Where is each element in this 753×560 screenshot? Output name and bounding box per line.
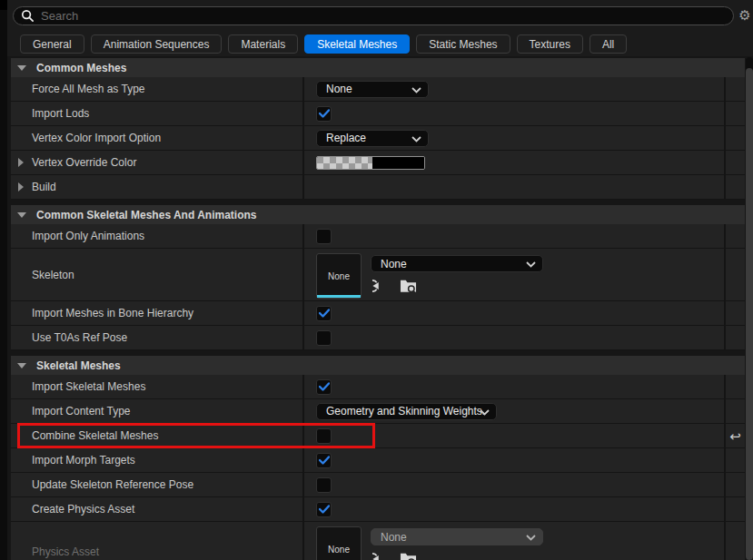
color-solid	[372, 157, 424, 169]
row-combine-skeletal-meshes: Combine Skeletal Meshes ↩	[11, 424, 745, 448]
row-build: Build	[11, 175, 745, 200]
collapse-arrow-icon	[17, 363, 26, 368]
property-label: Create Physics Asset	[32, 503, 134, 516]
chevron-down-icon	[411, 87, 421, 93]
window-edge-notch	[0, 0, 7, 10]
tab-static-meshes[interactable]: Static Meshes	[416, 34, 510, 54]
property-label: Build	[32, 181, 56, 193]
create-physics-asset-checkbox[interactable]	[316, 502, 332, 517]
section-title: Skeletal Meshes	[36, 359, 121, 372]
row-import-only-animations: Import Only Animations	[11, 224, 745, 249]
row-use-t0as-ref-pose: Use T0As Ref Pose	[11, 326, 745, 350]
property-label: Vertex Override Color	[32, 156, 136, 169]
skeleton-asset-dropdown[interactable]: None	[371, 255, 543, 272]
physics-asset-thumbnail[interactable]: None	[316, 526, 362, 560]
chevron-down-icon	[411, 136, 421, 142]
use-selected-asset-icon[interactable]	[372, 551, 389, 560]
thumbnail-label: None	[328, 271, 350, 281]
browse-to-asset-icon[interactable]	[400, 551, 417, 560]
browse-to-asset-icon[interactable]	[400, 278, 417, 294]
use-t0as-ref-pose-checkbox[interactable]	[316, 330, 332, 346]
physics-asset-dropdown[interactable]: None	[371, 528, 543, 545]
row-import-morph-targets: Import Morph Targets	[11, 448, 745, 473]
tab-general[interactable]: General	[20, 34, 84, 54]
property-label: Force All Mesh as Type	[32, 83, 145, 95]
tab-textures[interactable]: Textures	[517, 34, 583, 54]
import-only-animations-checkbox[interactable]	[316, 229, 332, 244]
physics-asset-picker: None None	[316, 526, 543, 560]
scrollbar-thumb[interactable]	[746, 68, 753, 560]
property-label: Update Skeleton Reference Pose	[32, 478, 193, 491]
alpha-checkerboard	[317, 157, 372, 169]
tab-skeletal-meshes[interactable]: Skeletal Meshes	[304, 34, 410, 54]
tab-all[interactable]: All	[590, 34, 627, 54]
collapse-arrow-icon	[17, 212, 26, 218]
vertex-override-color-swatch[interactable]	[316, 156, 425, 170]
use-selected-asset-icon[interactable]	[372, 278, 389, 294]
property-label: Use T0As Ref Pose	[32, 331, 127, 344]
update-skeleton-reference-pose-checkbox[interactable]	[316, 477, 332, 493]
dropdown-value: Geometry and Skinning Weights.	[326, 405, 485, 418]
property-label: Import Morph Targets	[32, 454, 135, 467]
details-panel: Common Meshes Force All Mesh as Type Non…	[11, 56, 745, 560]
row-import-content-type: Import Content Type Geometry and Skinnin…	[11, 399, 745, 424]
section-header-common-skeletal[interactable]: Common Skeletal Meshes And Animations	[11, 205, 745, 224]
scrollbar-track[interactable]	[746, 57, 753, 560]
section-header-skeletal-meshes[interactable]: Skeletal Meshes	[11, 356, 745, 375]
search-bar[interactable]	[13, 6, 734, 25]
section-header-common-meshes[interactable]: Common Meshes	[11, 58, 745, 77]
dropdown-value: None	[326, 83, 352, 95]
search-icon	[21, 9, 35, 23]
tab-animation-sequences[interactable]: Animation Sequences	[91, 34, 223, 54]
row-physics-asset: Physics Asset None None	[11, 522, 745, 560]
window-edge	[0, 0, 7, 560]
skeleton-asset-thumbnail[interactable]: None	[316, 253, 362, 299]
vertex-color-import-option-dropdown[interactable]: Replace	[316, 130, 429, 147]
row-vertex-override-color: Vertex Override Color	[11, 151, 745, 175]
chevron-down-icon	[526, 261, 536, 268]
property-label: Import Skeletal Meshes	[32, 380, 145, 393]
section-title: Common Meshes	[36, 62, 126, 74]
expand-arrow-icon[interactable]	[18, 182, 24, 192]
force-all-mesh-as-type-dropdown[interactable]: None	[316, 81, 429, 98]
property-label: Skeleton	[32, 269, 74, 281]
property-label: Import Lods	[32, 107, 89, 120]
expand-arrow-icon[interactable]	[18, 158, 24, 167]
reset-to-default-button[interactable]: ↩	[729, 429, 741, 443]
row-skeleton: Skeleton None None	[11, 249, 745, 301]
property-label: Physics Asset	[32, 545, 99, 558]
import-lods-checkbox[interactable]	[316, 106, 332, 122]
filter-tabs: General Animation Sequences Materials Sk…	[20, 34, 627, 54]
chevron-down-icon	[480, 409, 490, 416]
row-import-meshes-in-bone-hierarchy: Import Meshes in Bone Hierarchy	[11, 301, 745, 326]
dropdown-value: None	[381, 531, 407, 544]
import-morph-targets-checkbox[interactable]	[316, 453, 332, 468]
row-update-skeleton-reference-pose: Update Skeleton Reference Pose	[11, 473, 745, 497]
dropdown-value: Replace	[326, 132, 366, 144]
property-label: Combine Skeletal Meshes	[32, 429, 158, 442]
asset-type-color-bar	[317, 295, 361, 298]
thumbnail-label: None	[328, 545, 350, 555]
import-options-window: ⚙ General Animation Sequences Materials …	[0, 0, 753, 560]
skeleton-asset-picker: None None	[316, 253, 543, 299]
dropdown-value: None	[381, 258, 407, 270]
property-label: Import Only Animations	[32, 230, 144, 242]
import-skeletal-meshes-checkbox[interactable]	[316, 379, 332, 395]
property-label: Import Meshes in Bone Hierarchy	[32, 307, 193, 319]
collapse-arrow-icon	[17, 65, 26, 71]
row-create-physics-asset: Create Physics Asset	[11, 497, 745, 522]
row-import-lods: Import Lods	[11, 102, 745, 126]
import-content-type-dropdown[interactable]: Geometry and Skinning Weights.	[316, 403, 497, 420]
property-label: Vertex Color Import Option	[32, 132, 161, 144]
gear-icon[interactable]: ⚙	[737, 6, 753, 25]
search-input[interactable]	[41, 9, 724, 23]
combine-skeletal-meshes-checkbox[interactable]	[316, 428, 332, 444]
row-import-skeletal-meshes: Import Skeletal Meshes	[11, 375, 745, 399]
chevron-down-icon	[526, 535, 536, 541]
tab-materials[interactable]: Materials	[228, 34, 298, 54]
property-label: Import Content Type	[32, 405, 131, 418]
import-meshes-in-bone-hierarchy-checkbox[interactable]	[316, 306, 332, 321]
section-title: Common Skeletal Meshes And Animations	[36, 209, 257, 221]
row-force-all-mesh-as-type: Force All Mesh as Type None	[11, 77, 745, 102]
row-vertex-color-import-option: Vertex Color Import Option Replace	[11, 126, 745, 151]
